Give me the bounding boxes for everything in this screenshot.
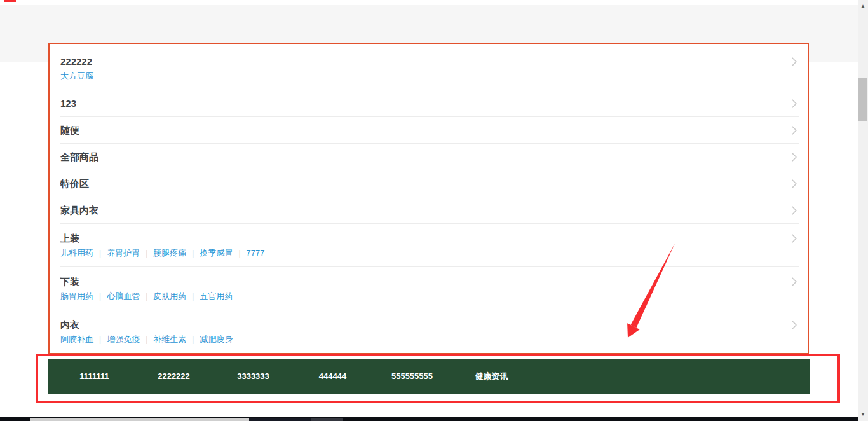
link-separator: | xyxy=(146,249,147,258)
footer-nav: 1111111 2222222 3333333 444444 555555555… xyxy=(48,359,810,394)
category-sublink[interactable]: 7777 xyxy=(247,248,265,258)
footer-nav-item[interactable]: 444444 xyxy=(293,371,372,381)
footer-nav-item[interactable]: 健康资讯 xyxy=(452,371,531,382)
link-separator: | xyxy=(146,335,147,344)
category-sublink[interactable]: 心脑血管 xyxy=(107,291,140,301)
category-sublink[interactable]: 增强免疫 xyxy=(107,335,140,344)
category-title[interactable]: 下装 xyxy=(60,275,79,288)
taskbar-edge xyxy=(0,417,858,421)
chevron-right-icon[interactable] xyxy=(791,205,797,216)
vertical-scrollbar[interactable]: ▲ ▼ xyxy=(858,0,868,421)
category-sublink[interactable]: 减肥廋身 xyxy=(200,335,233,344)
scroll-down-icon[interactable]: ▼ xyxy=(858,410,868,420)
link-separator: | xyxy=(238,249,240,258)
category-row[interactable]: 下装 肠胃用药|心脑血管|皮肤用药|五官用药 xyxy=(60,267,799,310)
scrollbar-thumb[interactable] xyxy=(858,78,867,121)
annotation-top-tick xyxy=(4,0,16,2)
chevron-right-icon[interactable] xyxy=(791,152,797,162)
link-separator: | xyxy=(192,292,194,301)
category-title[interactable]: 内衣 xyxy=(60,318,79,331)
category-title[interactable]: 上装 xyxy=(60,231,79,245)
taskbar-segment xyxy=(30,418,249,421)
category-sublink[interactable]: 五官用药 xyxy=(200,291,233,301)
category-sublink[interactable]: 皮肤用药 xyxy=(153,291,186,301)
link-separator: | xyxy=(146,292,147,301)
footer-nav-item[interactable]: 3333333 xyxy=(214,371,293,381)
footer-nav-item[interactable]: 2222222 xyxy=(134,371,214,381)
category-title[interactable]: 222222 xyxy=(60,55,92,68)
link-separator: | xyxy=(192,249,194,258)
category-sublinks: 肠胃用药|心脑血管|皮肤用药|五官用药 xyxy=(60,291,799,302)
category-sublink[interactable]: 阿胶补血 xyxy=(60,335,93,344)
scroll-up-icon[interactable]: ▲ xyxy=(858,1,868,11)
chevron-right-icon[interactable] xyxy=(791,125,797,135)
category-sublink[interactable]: 儿科用药 xyxy=(60,248,93,258)
category-title[interactable]: 全部商品 xyxy=(60,150,98,163)
category-row[interactable]: 内衣 阿胶补血|增强免疫|补维生素|减肥廋身 xyxy=(60,310,799,353)
category-row[interactable]: 随便 xyxy=(60,117,799,144)
footer-nav-item[interactable]: 1111111 xyxy=(55,371,134,381)
category-title[interactable]: 家具内衣 xyxy=(60,204,98,217)
footer-nav-item[interactable]: 555555555 xyxy=(372,371,452,381)
category-row[interactable]: 222222 大方豆腐 xyxy=(60,44,799,90)
link-separator: | xyxy=(99,292,101,301)
category-sublinks: 大方豆腐 xyxy=(60,71,799,82)
category-panel: 222222 大方豆腐 123 随便 全部商品 xyxy=(48,43,809,354)
category-sublink[interactable]: 大方豆腐 xyxy=(60,71,93,81)
chevron-right-icon[interactable] xyxy=(791,320,797,330)
category-title[interactable]: 123 xyxy=(60,97,76,110)
taskbar-segment xyxy=(249,418,311,421)
category-row[interactable]: 家具内衣 xyxy=(60,197,799,224)
chevron-right-icon[interactable] xyxy=(791,57,797,67)
category-row[interactable]: 全部商品 xyxy=(60,144,799,170)
link-separator: | xyxy=(99,335,101,344)
category-sublink[interactable]: 腰腿疼痛 xyxy=(153,248,186,258)
category-sublink[interactable]: 换季感冒 xyxy=(200,248,233,258)
category-sublink[interactable]: 肠胃用药 xyxy=(60,291,93,301)
category-title[interactable]: 随便 xyxy=(60,123,79,137)
chevron-right-icon[interactable] xyxy=(791,233,797,244)
taskbar-segment xyxy=(311,418,343,421)
category-title[interactable]: 特价区 xyxy=(60,177,89,190)
category-row[interactable]: 上装 儿科用药|养胃护胃|腰腿疼痛|换季感冒|7777 xyxy=(60,224,799,267)
category-sublink[interactable]: 养胃护胃 xyxy=(107,248,140,258)
chevron-right-icon[interactable] xyxy=(791,277,797,287)
link-separator: | xyxy=(192,335,194,344)
category-sublinks: 阿胶补血|增强免疫|补维生素|减肥廋身 xyxy=(60,334,799,345)
chevron-right-icon[interactable] xyxy=(791,99,797,109)
link-separator: | xyxy=(99,249,101,258)
category-row[interactable]: 特价区 xyxy=(60,170,799,197)
category-sublinks: 儿科用药|养胃护胃|腰腿疼痛|换季感冒|7777 xyxy=(60,247,799,259)
category-row[interactable]: 123 xyxy=(60,90,799,117)
chevron-right-icon[interactable] xyxy=(791,179,797,189)
category-sublink[interactable]: 补维生素 xyxy=(153,335,186,344)
